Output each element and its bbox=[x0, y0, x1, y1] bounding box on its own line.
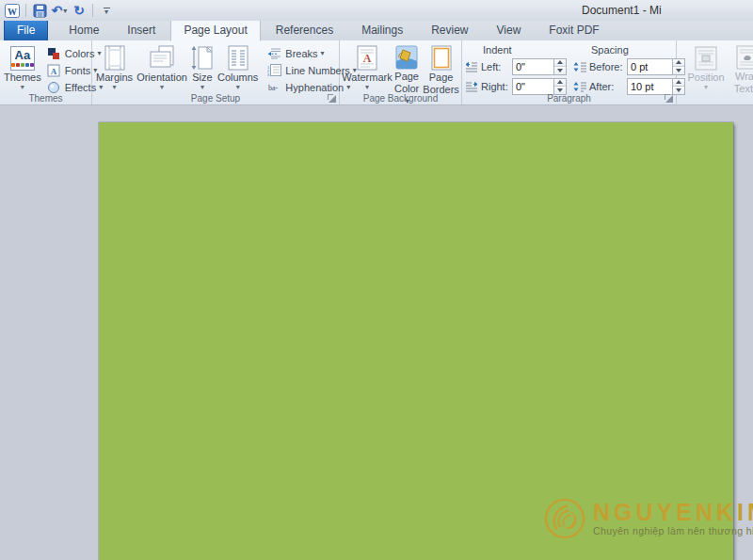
tab-page-layout[interactable]: Page Layout bbox=[170, 20, 260, 41]
tab-mailings[interactable]: Mailings bbox=[348, 20, 416, 40]
page-setup-dialog-launcher[interactable] bbox=[327, 93, 336, 103]
customize-qat-button[interactable]: ▾ bbox=[98, 2, 115, 19]
nguyenkim-logo: NGUYENKIM Chuyên nghiệp làm nên thương h… bbox=[543, 497, 753, 540]
theme-colors-label: Colors bbox=[65, 48, 95, 59]
orientation-icon bbox=[149, 45, 175, 71]
page-setup-group: Margins ▾ Orientation ▾ Size ▾ bbox=[92, 40, 340, 104]
themes-group-label: Themes bbox=[0, 93, 91, 104]
indent-right-icon bbox=[464, 81, 479, 92]
paragraph-columns: Indent Left: Right: bbox=[464, 42, 691, 97]
paragraph-group: Indent Left: Right: bbox=[462, 40, 677, 104]
breaks-label: Breaks bbox=[285, 48, 317, 59]
spacing-before-input[interactable] bbox=[627, 58, 673, 75]
tab-file[interactable]: File bbox=[4, 20, 48, 40]
chevron-down-icon: ▾ bbox=[21, 85, 24, 90]
indent-right-label: Right: bbox=[481, 81, 512, 92]
theme-fonts-label: Fonts bbox=[65, 65, 91, 76]
position-button[interactable]: Position ▾ bbox=[685, 42, 727, 91]
watermark-button[interactable]: A Watermark ▾ bbox=[343, 42, 392, 91]
logo-text-column: NGUYENKIM Chuyên nghiệp làm nên thương h… bbox=[593, 501, 753, 536]
margins-button[interactable]: Margins ▾ bbox=[95, 42, 134, 91]
tab-references[interactable]: References bbox=[263, 20, 346, 40]
position-icon bbox=[695, 45, 717, 71]
paragraph-dialog-launcher[interactable] bbox=[664, 93, 673, 103]
indent-right-spinner[interactable] bbox=[554, 78, 567, 95]
watermark-icon: A bbox=[357, 45, 377, 71]
tab-home[interactable]: Home bbox=[56, 20, 112, 40]
chevron-down-icon: ▾ bbox=[200, 85, 204, 90]
size-icon bbox=[191, 45, 214, 71]
customize-qat-icon: ▾ bbox=[104, 8, 110, 14]
size-button[interactable]: Size ▾ bbox=[190, 42, 215, 91]
spacing-before-row: Before: bbox=[572, 57, 685, 75]
spacing-after-icon bbox=[572, 81, 587, 92]
indent-right-input[interactable] bbox=[512, 78, 554, 95]
breaks-icon bbox=[266, 46, 282, 60]
columns-icon bbox=[228, 45, 248, 71]
spacing-before-icon bbox=[572, 61, 587, 72]
tab-insert[interactable]: Insert bbox=[114, 20, 168, 40]
tab-view[interactable]: View bbox=[484, 20, 535, 40]
paragraph-group-label: Paragraph bbox=[462, 93, 676, 104]
save-button[interactable] bbox=[31, 2, 48, 19]
spacing-after-input[interactable] bbox=[627, 78, 673, 95]
margins-icon bbox=[104, 45, 125, 71]
line-numbers-icon: 123 bbox=[266, 63, 282, 77]
word-app-icon[interactable]: W bbox=[4, 2, 21, 19]
spacing-after-label: After: bbox=[589, 81, 627, 92]
separator bbox=[92, 4, 93, 17]
arrange-group: Position ▾ Wrap Text ▾ bbox=[677, 40, 753, 104]
svg-text:3: 3 bbox=[267, 72, 270, 77]
themes-icon: Aa bbox=[10, 45, 35, 71]
undo-button[interactable]: ↶ ▾ bbox=[51, 2, 68, 19]
chevron-down-icon: ▾ bbox=[236, 85, 240, 90]
indent-left-icon bbox=[464, 61, 479, 72]
window-title: Document1 - Mi bbox=[582, 4, 662, 17]
indent-left-row: Left: bbox=[464, 57, 567, 75]
word-logo-icon: W bbox=[5, 4, 20, 18]
page-background-group-label: Page Background bbox=[340, 93, 461, 104]
page-color-icon bbox=[395, 45, 418, 70]
svg-text:A: A bbox=[363, 52, 372, 65]
chevron-down-icon: ▾ bbox=[321, 49, 325, 57]
indent-left-input[interactable] bbox=[512, 58, 554, 75]
hyphenation-label: Hyphenation bbox=[285, 82, 344, 93]
theme-colors-icon bbox=[46, 46, 62, 60]
quick-access-toolbar: W ↶ ▾ ↻ ▾ bbox=[4, 1, 115, 20]
document-page[interactable]: NGUYENKIM Chuyên nghiệp làm nên thương h… bbox=[99, 122, 733, 560]
indent-header: Indent bbox=[483, 44, 567, 56]
word-window: W ↶ ▾ ↻ ▾ bbox=[0, 0, 753, 560]
undo-dropdown-icon[interactable]: ▾ bbox=[63, 7, 67, 15]
tab-review[interactable]: Review bbox=[418, 20, 481, 40]
columns-button[interactable]: Columns ▾ bbox=[216, 42, 259, 91]
indent-left-spinner[interactable] bbox=[554, 58, 567, 75]
spacing-header: Spacing bbox=[591, 44, 685, 56]
document-area: NGUYENKIM Chuyên nghiệp làm nên thương h… bbox=[0, 106, 753, 560]
svg-text:ba-: ba- bbox=[268, 84, 279, 92]
save-icon bbox=[33, 4, 47, 18]
themes-group: Aa Themes ▾ Colors ▾ bbox=[0, 40, 92, 104]
themes-button[interactable]: Aa Themes ▾ bbox=[3, 42, 42, 91]
orientation-button[interactable]: Orientation ▾ bbox=[136, 42, 188, 91]
spacing-column: Spacing Before: After: bbox=[572, 44, 685, 97]
nguyenkim-logo-icon bbox=[543, 497, 586, 540]
separator bbox=[25, 4, 26, 17]
wrap-text-button[interactable]: Wrap Text ▾ bbox=[729, 42, 753, 91]
redo-button[interactable]: ↻ bbox=[71, 2, 88, 19]
svg-text:A: A bbox=[51, 66, 57, 75]
page-setup-group-label: Page Setup bbox=[92, 93, 339, 104]
page-borders-button[interactable]: Page Borders bbox=[422, 42, 460, 91]
svg-text:W: W bbox=[8, 6, 17, 16]
logo-tagline: Chuyên nghiệp làm nên thương hiệu bbox=[593, 525, 753, 536]
tab-foxit-pdf[interactable]: Foxit PDF bbox=[536, 20, 612, 40]
ribbon: Aa Themes ▾ Colors ▾ bbox=[0, 40, 753, 105]
wrap-text-label: Wrap Text ▾ bbox=[729, 71, 753, 94]
chevron-down-icon: ▾ bbox=[365, 85, 369, 90]
page-borders-label: Page Borders bbox=[423, 72, 459, 95]
title-bar: W ↶ ▾ ↻ ▾ bbox=[0, 0, 753, 21]
theme-effects-icon bbox=[46, 80, 62, 94]
page-color-button[interactable]: Page Color ▾ bbox=[393, 42, 420, 91]
chevron-down-icon: ▾ bbox=[160, 85, 164, 90]
theme-fonts-icon: A bbox=[46, 63, 62, 77]
wrap-text-icon bbox=[736, 45, 753, 70]
